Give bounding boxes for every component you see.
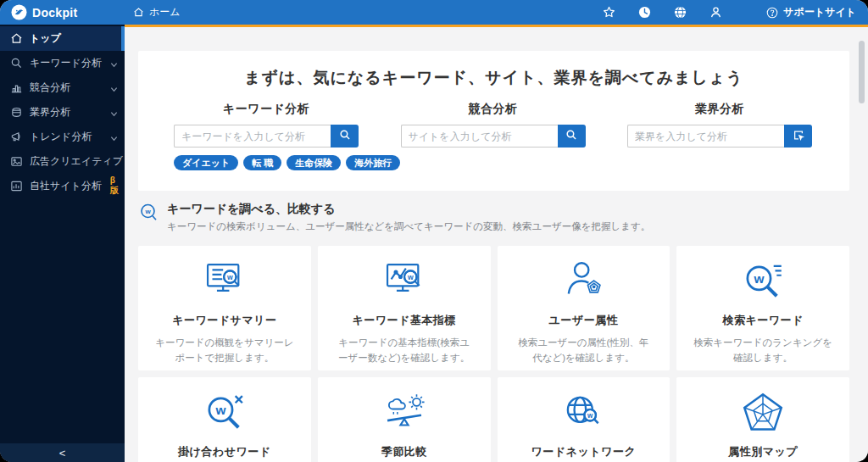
sidebar-item-label: 業界分析 (30, 105, 70, 120)
sidebar-item-label: 自社サイト分析 (30, 179, 102, 193)
home-icon (10, 32, 23, 45)
search-button[interactable] (784, 125, 812, 148)
sidebar-item[interactable]: トレンド分析 (0, 125, 125, 149)
chevron-down-icon (110, 59, 118, 67)
feature-card-description: キーワードの概観をサマリーレポートで把握します。 (155, 335, 294, 366)
search-column-title: 業界分析 (627, 102, 812, 117)
search-list-icon: w (676, 257, 849, 306)
top-bar: Dockpit ホーム サポートサイト (0, 0, 868, 25)
nav-home-label: ホーム (149, 5, 181, 19)
sidebar-item[interactable]: 広告クリエイティブ (0, 149, 125, 174)
search-input[interactable] (401, 125, 558, 148)
keyword-search-icon (10, 57, 23, 70)
search-button[interactable] (331, 125, 359, 148)
feature-card-title: 属性別マップ (676, 444, 849, 459)
feature-card-description: 検索キーワードのランキングを確認します。 (693, 335, 832, 366)
dockpit-logo-icon (11, 4, 27, 20)
search-input[interactable] (627, 125, 784, 148)
trend-megaphone-icon (10, 131, 23, 143)
hero-search-columns: キーワード分析ダイエット転 職生命保険海外旅行競合分析業界分析 (138, 89, 849, 170)
search-icon (565, 129, 577, 143)
suggested-tags: ダイエット転 職生命保険海外旅行 (174, 155, 359, 170)
chevron-down-icon (110, 133, 118, 141)
feature-card[interactable]: wキーワード基本指標キーワードの基本指標(検索ユーザー数など)を確認します。 (318, 246, 491, 370)
star-icon[interactable] (603, 6, 615, 19)
main-content: まずは、気になるキーワード、サイト、業界を調べてみましょう キーワード分析ダイエ… (125, 25, 868, 462)
beta-badge: β版 (110, 175, 119, 197)
support-site-link[interactable]: サポートサイト (766, 5, 868, 19)
feature-cards-grid: wキーワードサマリーキーワードの概観をサマリーレポートで把握します。wキーワード… (138, 246, 849, 462)
svg-text:w: w (226, 273, 233, 281)
home-icon (133, 7, 144, 18)
monitor-chart-icon: w (318, 257, 491, 306)
keyword-tag[interactable]: 転 職 (243, 155, 281, 170)
sidebar-collapse-button[interactable]: < (0, 443, 125, 462)
industry-select-icon (793, 129, 804, 143)
chevron-down-icon (110, 109, 118, 116)
search-column-title: 競合分析 (401, 102, 586, 117)
sidebar-item[interactable]: 業界分析 (0, 100, 125, 125)
sidebar-item[interactable]: 自社サイト分析β版 (0, 174, 125, 198)
keyword-tag[interactable]: 海外旅行 (346, 155, 400, 170)
hero-search-column: 業界分析 (627, 102, 812, 170)
industry-layers-icon (10, 106, 23, 119)
feature-card-title: ワードネットワーク (498, 444, 670, 459)
feature-card[interactable]: wキーワードサマリーキーワードの概観をサマリーレポートで把握します。 (138, 246, 311, 370)
sidebar-item[interactable]: トップ (0, 26, 125, 51)
feature-card-description: 検索ユーザーの属性(性別、年代など)を確認します。 (515, 335, 654, 366)
sidebar-item[interactable]: 競合分析 (0, 75, 125, 100)
sidebar-item-label: トレンド分析 (30, 130, 92, 144)
dockpit-logo[interactable]: Dockpit (0, 4, 125, 20)
feature-card-title: ユーザー属性 (498, 313, 670, 328)
w-search-circle-icon: w (139, 203, 159, 223)
sidebar-menu: トップキーワード分析競合分析業界分析トレンド分析広告クリエイティブ自社サイト分析… (0, 25, 125, 443)
keyword-tag[interactable]: 生命保険 (287, 155, 341, 170)
competitor-chart-icon (10, 81, 23, 94)
sidebar-item-label: キーワード分析 (30, 56, 102, 70)
hero-title: まずは、気になるキーワード、サイト、業界を調べてみましょう (138, 67, 849, 89)
keyword-tag[interactable]: ダイエット (174, 155, 238, 170)
feature-card-title: 検索キーワード (676, 313, 849, 328)
history-clock-icon[interactable] (638, 6, 651, 19)
user-icon[interactable] (709, 6, 722, 19)
hero-search-column: 競合分析 (401, 102, 586, 170)
logo-text: Dockpit (32, 6, 77, 19)
svg-text:w: w (587, 412, 593, 420)
hero-panel: まずは、気になるキーワード、サイト、業界を調べてみましょう キーワード分析ダイエ… (138, 51, 849, 191)
feature-card[interactable]: ユーザー属性検索ユーザーの属性(性別、年代など)を確認します。 (498, 246, 670, 370)
feature-card[interactable]: 季節比較期間によるユーザーの検索行動の (318, 377, 491, 462)
user-pentagon-icon (498, 257, 670, 306)
svg-text:w: w (144, 208, 151, 215)
globe-search-icon: w (498, 388, 670, 437)
search-button[interactable] (558, 125, 586, 148)
feature-card[interactable]: wワードネットワーク掛け合わせワードをネットワーク (498, 377, 670, 462)
pentagon-map-icon (676, 388, 849, 437)
feature-card-title: 掛け合わせワード (138, 444, 311, 459)
chevron-down-icon (110, 84, 118, 92)
feature-card-title: 季節比較 (318, 444, 491, 459)
feature-card[interactable]: w掛け合わせワード掛け合わせワードのランキングを (138, 377, 311, 462)
keyword-section-header: w キーワードを調べる、比較する キーワードの検索ボリューム、ユーザー属性などを… (139, 202, 849, 233)
feature-card-description: キーワードの基本指標(検索ユーザー数など)を確認します。 (335, 335, 474, 366)
own-site-chart-icon (10, 180, 23, 192)
sidebar: トップキーワード分析競合分析業界分析トレンド分析広告クリエイティブ自社サイト分析… (0, 25, 125, 462)
header-icons (603, 6, 722, 19)
search-cross-icon: w (138, 388, 311, 437)
search-column-title: キーワード分析 (174, 102, 359, 117)
question-icon (766, 7, 778, 19)
globe-icon[interactable] (674, 6, 687, 19)
section-title: キーワードを調べる、比較する (167, 202, 650, 217)
svg-text:w: w (754, 271, 765, 286)
feature-card-title: キーワードサマリー (138, 313, 311, 328)
svg-text:w: w (214, 403, 225, 417)
season-balance-icon (318, 388, 491, 437)
sidebar-item[interactable]: キーワード分析 (0, 51, 125, 75)
search-input[interactable] (174, 125, 331, 148)
hero-search-column: キーワード分析ダイエット転 職生命保険海外旅行 (174, 102, 359, 170)
search-icon (339, 129, 351, 143)
ad-creative-icon (10, 155, 23, 168)
feature-card[interactable]: w検索キーワード検索キーワードのランキングを確認します。 (676, 246, 849, 370)
feature-card[interactable]: 属性別マップユーザー属性を軸にワードをマッ (676, 377, 849, 462)
nav-home[interactable]: ホーム (133, 5, 181, 19)
vertical-scrollbar[interactable] (859, 41, 865, 103)
